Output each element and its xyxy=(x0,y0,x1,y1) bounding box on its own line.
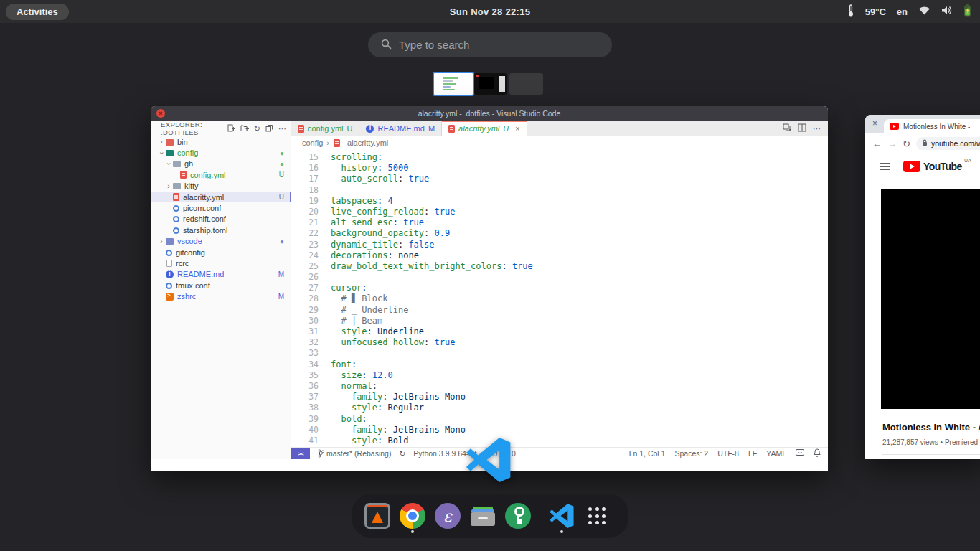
code-editor[interactable]: 15scrolling:16 history: 500017 auto_scro… xyxy=(291,149,828,447)
breadcrumb-folder[interactable]: config xyxy=(302,138,323,147)
address-bar[interactable]: youtube.com/wa xyxy=(916,137,980,150)
tab-config-yml[interactable]: config.yml U xyxy=(291,121,359,136)
vscode-window: × alacritty.yml - .dotfiles - Visual Stu… xyxy=(151,106,828,471)
dock-divider xyxy=(540,503,540,529)
dock-item-app-grid[interactable] xyxy=(583,500,611,532)
tab-readme-md[interactable]: README.md M xyxy=(359,121,442,136)
explorer-item-bin[interactable]: ›bin xyxy=(151,136,291,147)
dock-item-alacritty[interactable] xyxy=(364,500,391,532)
reload-icon[interactable]: ↻ xyxy=(903,138,910,149)
dock-item-file-manager[interactable] xyxy=(469,500,496,532)
status-bar: >< master* (Rebasing) ↻ Python 3.9.9 64-… xyxy=(291,447,828,459)
line-number: 27 xyxy=(291,283,319,293)
video-player[interactable] xyxy=(881,189,980,409)
search-input[interactable]: Type to search xyxy=(368,32,612,57)
code-line-33: 33 xyxy=(291,348,828,359)
chrome-icon xyxy=(400,503,425,529)
breadcrumb[interactable]: config › alacritty.yml xyxy=(291,136,828,149)
more-actions-icon[interactable]: ⋯ xyxy=(813,124,821,133)
more-actions-icon[interactable]: ⋯ xyxy=(278,125,286,132)
code-text: style: Underline xyxy=(331,326,424,337)
explorer-item-kitty[interactable]: ›kitty xyxy=(151,181,291,192)
dock-item-passwords-keys[interactable] xyxy=(504,500,532,532)
explorer-item-label: config.yml xyxy=(190,171,226,179)
code-line-42: 42 italic: xyxy=(291,446,828,447)
line-number: 41 xyxy=(291,435,319,446)
collapse-folders-icon[interactable] xyxy=(265,124,273,133)
tab-label: alacritty.yml xyxy=(458,124,499,133)
clock[interactable]: Sun Nov 28 22:15 xyxy=(0,6,980,17)
encoding-setting[interactable]: UTF-8 xyxy=(717,449,739,458)
eol-setting[interactable]: LF xyxy=(748,449,757,458)
explorer-item-gh[interactable]: ›gh● xyxy=(151,159,291,169)
chrome-active-tab[interactable]: Motionless In White - xyxy=(884,119,980,133)
battery-charging-icon xyxy=(963,4,971,19)
back-icon[interactable]: ← xyxy=(872,138,882,149)
explorer-item-vscode[interactable]: ›vscode● xyxy=(151,236,291,247)
line-number: 24 xyxy=(291,250,319,261)
line-number: 18 xyxy=(291,185,319,196)
split-editor-icon[interactable] xyxy=(798,123,806,133)
feedback-icon[interactable] xyxy=(796,449,804,458)
explorer-item-zshrc[interactable]: zshrcM xyxy=(151,291,291,301)
git-branch-status[interactable]: master* (Rebasing) xyxy=(318,449,391,458)
language-mode[interactable]: YAML xyxy=(766,449,786,458)
top-bar: Activities Sun Nov 28 22:15 59°C en xyxy=(0,0,980,23)
explorer-item-alacritty.yml[interactable]: alacritty.ymlU xyxy=(151,192,291,202)
remote-indicator[interactable]: >< xyxy=(291,448,310,459)
workspace-thumbnail-1[interactable] xyxy=(433,72,474,96)
explorer-item-redshift.conf[interactable]: redshift.conf xyxy=(151,214,291,225)
chrome-window: × Motionless In White - ← → ↻ youtube.co… xyxy=(865,115,980,459)
tab-alacritty-yml[interactable]: alacritty.yml U × xyxy=(442,121,527,136)
explorer-item-README.md[interactable]: README.mdM xyxy=(151,269,291,280)
dock-item-vscode[interactable] xyxy=(548,500,575,532)
lock-icon xyxy=(922,139,928,148)
explorer-item-gitconfig[interactable]: gitconfig xyxy=(151,247,291,258)
code-text: # | Beam xyxy=(331,316,382,326)
code-text: alt_send_esc: true xyxy=(331,217,424,228)
explorer-item-rcrc[interactable]: rcrc xyxy=(151,258,291,268)
explorer-item-tmux.conf[interactable]: tmux.conf xyxy=(151,280,291,291)
tab-close-icon[interactable]: × xyxy=(515,124,519,133)
open-changes-icon[interactable] xyxy=(783,123,791,133)
line-number: 29 xyxy=(291,305,319,316)
workspace-thumbnail-2[interactable] xyxy=(474,73,507,95)
system-tray[interactable]: 59°C en xyxy=(847,0,971,23)
dock-item-chrome[interactable] xyxy=(399,500,426,532)
tab-title: Motionless In White - xyxy=(903,123,970,131)
code-line-27: 27cursor: xyxy=(291,283,828,293)
new-folder-icon[interactable] xyxy=(240,124,249,133)
dock-item-emacs[interactable]: ε xyxy=(434,500,461,532)
yaml-file-icon xyxy=(334,139,340,147)
hamburger-menu-icon[interactable] xyxy=(880,161,890,171)
explorer-item-config[interactable]: ›config● xyxy=(151,147,291,158)
breadcrumb-file[interactable]: alacritty.yml xyxy=(347,138,388,147)
search-icon xyxy=(381,39,392,52)
new-file-icon[interactable] xyxy=(227,124,235,133)
yaml-file-icon xyxy=(448,125,455,133)
keyboard-layout-indicator[interactable]: en xyxy=(897,6,908,17)
refresh-icon[interactable]: ↻ xyxy=(254,125,260,132)
vscode-titlebar[interactable]: × alacritty.yml - .dotfiles - Visual Stu… xyxy=(151,106,828,121)
tab-label: README.md xyxy=(377,124,424,133)
tab-git-badge: U xyxy=(503,124,509,133)
file-icon xyxy=(166,260,172,267)
indentation-setting[interactable]: Spaces: 2 xyxy=(674,449,708,458)
shell-icon xyxy=(166,293,174,301)
explorer-header: EXPLORER: .DOTFILES xyxy=(161,121,227,136)
divider xyxy=(882,454,980,455)
explorer-item-picom.conf[interactable]: picom.conf xyxy=(151,202,291,213)
code-line-34: 34font: xyxy=(291,359,828,370)
tab-close-icon[interactable]: × xyxy=(872,118,877,128)
line-number: 34 xyxy=(291,359,319,370)
explorer-item-starship.toml[interactable]: starship.toml xyxy=(151,225,291,235)
line-number: 22 xyxy=(291,228,319,239)
youtube-logo[interactable]: YouTube UA xyxy=(903,161,962,172)
forward-icon[interactable]: → xyxy=(887,138,897,149)
cursor-position[interactable]: Ln 1, Col 1 xyxy=(629,449,666,458)
explorer-item-config.yml[interactable]: config.ymlU xyxy=(151,169,291,180)
notifications-bell-icon[interactable] xyxy=(814,448,821,458)
workspace-thumbnail-3[interactable] xyxy=(509,73,543,95)
sync-icon[interactable]: ↻ xyxy=(399,449,405,458)
window-close-button[interactable]: × xyxy=(156,109,165,118)
